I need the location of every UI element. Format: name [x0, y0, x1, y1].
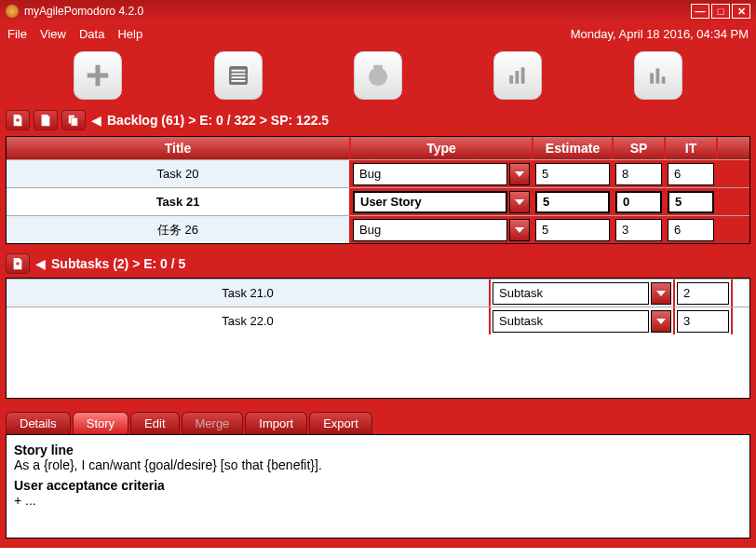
- subtask-title-cell: Task 22.0: [7, 307, 491, 334]
- tab-import[interactable]: Import: [245, 412, 307, 434]
- task-title-cell: Task 21: [7, 188, 351, 215]
- tab-merge: Merge: [182, 412, 244, 434]
- task-title-cell: 任务 26: [7, 216, 351, 243]
- svg-rect-13: [655, 69, 659, 84]
- chevron-down-icon[interactable]: [509, 163, 530, 185]
- tasks-grid: Title Type Estimate SP IT Task 20Bug586T…: [6, 136, 750, 244]
- subtask-add-button[interactable]: [6, 253, 30, 274]
- tab-edit[interactable]: Edit: [130, 412, 179, 434]
- svg-point-7: [369, 67, 387, 86]
- task-it-input[interactable]: 6: [668, 219, 714, 241]
- task-it-input[interactable]: 6: [668, 163, 714, 185]
- datetime-label: Monday, April 18 2016, 04:34 PM: [571, 27, 749, 41]
- chevron-down-icon[interactable]: [509, 191, 530, 213]
- backlog-breadcrumb-text: Backlog (61) > E: 0 / 322 > SP: 122.5: [107, 113, 329, 128]
- menu-file[interactable]: File: [7, 27, 27, 41]
- task-sp-input[interactable]: 8: [615, 163, 662, 185]
- subtasks-grid: Task 21.0Subtask2Task 22.0Subtask3: [6, 278, 750, 399]
- col-type[interactable]: Type: [351, 137, 533, 159]
- svg-rect-9: [510, 75, 514, 84]
- svg-rect-4: [231, 74, 245, 75]
- add-button[interactable]: [74, 51, 122, 100]
- svg-rect-1: [88, 74, 109, 78]
- menu-view[interactable]: View: [40, 27, 66, 41]
- tab-story[interactable]: Story: [73, 412, 128, 434]
- timer-button[interactable]: [354, 51, 402, 100]
- task-sp-input[interactable]: 0: [615, 191, 662, 213]
- story-line1: As a {role}, I can/want {goal/desire} [s…: [14, 457, 742, 472]
- tab-details[interactable]: Details: [6, 412, 71, 434]
- col-estimate[interactable]: Estimate: [533, 137, 614, 159]
- story-line2: + ...: [14, 493, 742, 508]
- doc-copy-button[interactable]: [61, 110, 86, 130]
- subtask-back-icon[interactable]: ◀: [35, 256, 46, 271]
- menu-bar: File View Data Help Monday, April 18 201…: [0, 22, 756, 45]
- minimize-button[interactable]: —: [691, 4, 709, 19]
- task-type-select[interactable]: Bug: [353, 163, 507, 185]
- subtask-val-input[interactable]: 3: [677, 310, 729, 333]
- svg-rect-8: [373, 65, 383, 69]
- stats2-button[interactable]: [634, 51, 682, 100]
- task-it-input[interactable]: 5: [668, 191, 714, 213]
- menu-data[interactable]: Data: [79, 27, 104, 41]
- table-row[interactable]: Task 21User Story505: [7, 187, 749, 215]
- window-title: myAgilePomodoro 4.2.0: [24, 5, 689, 18]
- close-button[interactable]: ✕: [732, 4, 750, 19]
- task-estimate-input[interactable]: 5: [535, 163, 610, 185]
- table-row[interactable]: Task 20Bug586: [7, 159, 749, 187]
- story-heading2: User acceptance criteria: [14, 478, 742, 493]
- col-sp[interactable]: SP: [614, 137, 666, 159]
- main-toolbar: [0, 45, 756, 106]
- app-icon: [6, 5, 19, 18]
- subtask-title-cell: Task 21.0: [7, 280, 491, 307]
- doc-add-button[interactable]: [6, 110, 30, 130]
- subtask-type-select[interactable]: Subtask: [493, 310, 649, 333]
- table-row[interactable]: Task 21.0Subtask2: [7, 279, 749, 307]
- doc-button[interactable]: [34, 110, 58, 130]
- svg-rect-2: [229, 66, 248, 85]
- tab-export[interactable]: Export: [309, 412, 372, 434]
- breadcrumb-back-icon[interactable]: ◀: [91, 113, 101, 128]
- task-title-cell: Task 20: [7, 160, 351, 187]
- stats-button[interactable]: [493, 51, 542, 100]
- list-button[interactable]: [214, 51, 263, 100]
- chevron-down-icon[interactable]: [651, 310, 671, 333]
- task-sp-input[interactable]: 3: [615, 219, 662, 241]
- maximize-button[interactable]: □: [711, 4, 730, 19]
- svg-rect-11: [521, 67, 525, 84]
- title-bar: myAgilePomodoro 4.2.0 — □ ✕: [0, 0, 756, 22]
- backlog-breadcrumb-row: ◀ Backlog (61) > E: 0 / 322 > SP: 122.5: [0, 106, 756, 134]
- table-row[interactable]: Task 22.0Subtask3: [7, 307, 749, 334]
- task-estimate-input[interactable]: 5: [535, 191, 610, 213]
- menu-help[interactable]: Help: [117, 27, 142, 41]
- subtask-val-input[interactable]: 2: [677, 282, 729, 305]
- svg-rect-14: [662, 76, 666, 84]
- table-row[interactable]: 任务 26Bug536: [7, 215, 749, 243]
- tasks-grid-header: Title Type Estimate SP IT: [7, 137, 749, 159]
- svg-rect-6: [231, 80, 245, 82]
- subtasks-breadcrumb-row: ◀ Subtasks (2) > E: 0 / 5: [0, 250, 756, 278]
- detail-tabs: DetailsStoryEditMergeImportExport: [0, 408, 756, 434]
- svg-rect-10: [516, 71, 520, 84]
- svg-rect-12: [650, 74, 654, 84]
- story-panel[interactable]: Story line As a {role}, I can/want {goal…: [6, 434, 750, 539]
- story-heading1: Story line: [14, 443, 742, 457]
- chevron-down-icon[interactable]: [651, 282, 671, 305]
- task-type-select[interactable]: User Story: [353, 191, 507, 213]
- subtasks-breadcrumb-text: Subtasks (2) > E: 0 / 5: [51, 256, 185, 271]
- task-type-select[interactable]: Bug: [353, 219, 507, 241]
- chevron-down-icon[interactable]: [509, 219, 530, 241]
- subtask-type-select[interactable]: Subtask: [493, 282, 649, 305]
- task-estimate-input[interactable]: 5: [535, 219, 610, 241]
- col-title[interactable]: Title: [7, 137, 351, 159]
- svg-rect-3: [231, 70, 245, 72]
- col-it[interactable]: IT: [666, 137, 718, 159]
- svg-rect-5: [231, 76, 245, 78]
